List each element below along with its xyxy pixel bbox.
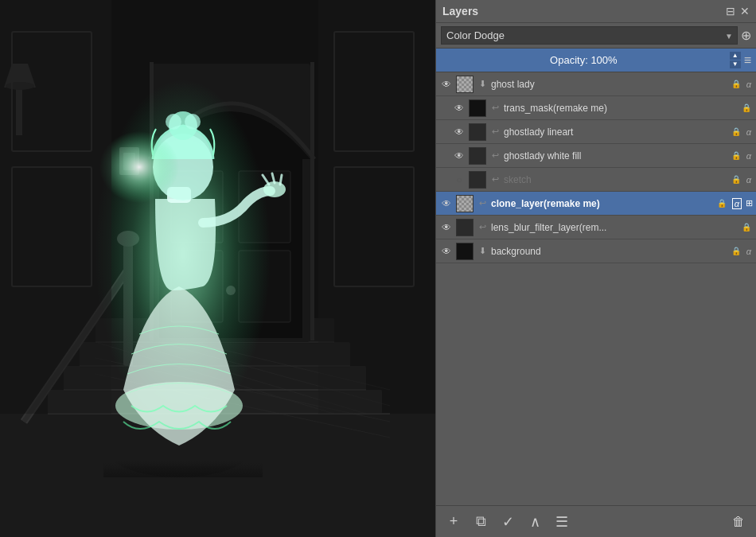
layer-lock-icon[interactable]: 🔒: [730, 173, 742, 186]
layer-lock-icon[interactable]: 🔒: [715, 197, 728, 210]
layer-lock-icon[interactable]: 🔒: [730, 126, 742, 138]
layer-extra-icon: ⊞: [746, 198, 753, 208]
opacity-menu-icon[interactable]: ≡: [744, 53, 751, 68]
layer-chain-icon: ↩: [489, 150, 501, 162]
svg-point-37: [166, 114, 181, 130]
layer-thumbnail: [469, 99, 486, 117]
layer-visibility-toggle[interactable]: 👁: [452, 101, 466, 115]
move-down-button[interactable]: ✓: [497, 511, 519, 533]
layer-name: trans_mask(remake me): [504, 103, 738, 114]
svg-rect-43: [0, 0, 111, 414]
panel-title: Layers: [442, 5, 478, 18]
blend-mode-select[interactable]: NormalDissolveDarkenMultiplyColor BurnLi…: [441, 26, 738, 45]
opacity-spinner[interactable]: ▲ ▼: [730, 52, 741, 68]
layer-chain-icon: ↩: [489, 102, 501, 115]
layer-thumbnail: [469, 123, 486, 141]
layer-alpha-icon[interactable]: α: [746, 247, 751, 256]
layer-chain-icon: ↩: [489, 126, 501, 138]
layer-thumbnail: [456, 76, 473, 93]
layer-thumbnail: [469, 147, 486, 165]
layer-thumbnail: [456, 219, 473, 236]
delete-layer-button[interactable]: 🗑: [727, 511, 750, 533]
layer-chain-icon: ↩: [476, 221, 489, 234]
copy-layer-button[interactable]: ⧉: [470, 511, 492, 533]
layer-thumbnail: [456, 243, 473, 260]
layer-row[interactable]: 👁↩ghostlady lineart🔒α: [436, 120, 756, 144]
opacity-row: Opacity: 100% ▲ ▼ ≡: [436, 49, 756, 72]
canvas-area: [0, 0, 435, 537]
layer-row[interactable]: 👁↩clone_layer(remake me)🔒α⊞: [436, 192, 756, 216]
layer-visibility-toggle[interactable]: 👁: [439, 220, 454, 235]
layer-lock-icon[interactable]: 🔒: [740, 102, 753, 115]
layer-chain-icon: ↩: [489, 173, 501, 186]
filter-icon[interactable]: ⊕: [741, 28, 751, 43]
layer-group-icon: ⬇: [476, 78, 489, 91]
opacity-up-btn[interactable]: ▲: [730, 52, 741, 60]
layers-panel: Layers ⊟ ✕ NormalDissolveDarkenMultiplyC…: [435, 0, 756, 537]
layer-lock-icon[interactable]: 🔒: [730, 245, 742, 258]
blend-mode-row: NormalDissolveDarkenMultiplyColor BurnLi…: [436, 23, 756, 49]
layer-group-icon: ⬇: [476, 245, 489, 258]
layer-visibility-toggle[interactable]: 👁: [452, 149, 466, 163]
layer-lock-icon[interactable]: 🔒: [730, 78, 742, 91]
layer-thumbnail: [469, 171, 486, 189]
layer-visibility-toggle[interactable]: 👁: [439, 197, 454, 211]
add-layer-button[interactable]: +: [442, 511, 465, 533]
layer-menu-button[interactable]: ☰: [551, 511, 573, 533]
layer-visibility-toggle[interactable]: ○: [452, 173, 466, 187]
layer-row[interactable]: 👁⬇background🔒α: [436, 239, 756, 263]
svg-rect-42: [103, 430, 263, 477]
layer-row[interactable]: 👁⬇ghost lady🔒α: [436, 72, 756, 96]
layer-visibility-toggle[interactable]: 👁: [439, 77, 454, 91]
svg-point-38: [185, 114, 201, 130]
layer-name: ghost lady: [491, 79, 727, 90]
layer-row[interactable]: 👁↩ghostlady white fill🔒α: [436, 144, 756, 168]
layer-row[interactable]: ○↩sketch🔒α: [436, 168, 756, 192]
layer-name: sketch: [504, 174, 727, 185]
svg-rect-46: [318, 0, 435, 414]
layer-thumbnail: [456, 195, 473, 212]
layer-alpha-icon[interactable]: α: [732, 198, 742, 209]
layer-alpha-icon[interactable]: α: [746, 175, 751, 185]
layer-row[interactable]: 👁↩trans_mask(remake me)🔒: [436, 96, 756, 120]
layer-visibility-toggle[interactable]: 👁: [439, 244, 454, 259]
layer-name: lens_blur_filter_layer(rem...: [491, 222, 738, 233]
move-up-button[interactable]: ∧: [524, 511, 546, 533]
layer-name: ghostlady lineart: [504, 126, 727, 138]
layer-alpha-icon[interactable]: α: [746, 151, 751, 161]
opacity-label: Opacity: 100%: [441, 54, 727, 66]
svg-rect-18: [310, 62, 314, 340]
close-icon[interactable]: ✕: [740, 5, 750, 18]
layer-alpha-icon[interactable]: α: [746, 80, 751, 89]
layer-alpha-icon[interactable]: α: [746, 127, 751, 137]
layer-visibility-toggle[interactable]: 👁: [452, 125, 466, 139]
layer-lock-icon[interactable]: 🔒: [730, 150, 742, 162]
layer-lock-icon[interactable]: 🔒: [740, 221, 753, 234]
opacity-down-btn[interactable]: ▼: [730, 60, 741, 68]
layer-name: clone_layer(remake me): [491, 198, 713, 209]
layer-row[interactable]: 👁↩lens_blur_filter_layer(rem...🔒: [436, 216, 756, 239]
expand-icon[interactable]: ⊟: [726, 5, 735, 18]
layers-list[interactable]: 👁⬇ghost lady🔒α👁↩trans_mask(remake me)🔒👁↩…: [436, 72, 756, 505]
layer-name: background: [491, 246, 727, 257]
layer-name: ghostlady white fill: [504, 150, 727, 161]
panel-header: Layers ⊟ ✕: [436, 0, 756, 23]
panel-footer: + ⧉ ✓ ∧ ☰ 🗑: [436, 505, 756, 537]
layer-chain-icon: ↩: [476, 197, 489, 210]
